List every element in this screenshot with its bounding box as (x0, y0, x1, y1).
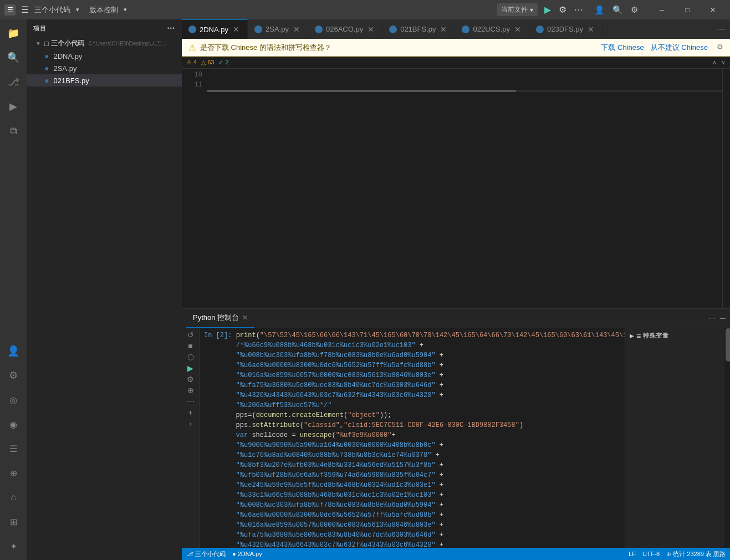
sidebar-item-021bfs[interactable]: ● 021BFS.py (27, 74, 182, 86)
more-actions-icon[interactable]: ⋯ (574, 4, 583, 15)
status-right: LF UTF-8 ⊕ 统计 23289 表 思路 (629, 550, 726, 558)
tabs-overflow-button[interactable]: ⋯ (712, 19, 730, 39)
tab-2sa[interactable]: 2SA.py ✕ (248, 19, 308, 39)
special-variables-title: 特殊变量 (643, 332, 668, 340)
python-console-tab[interactable]: Python 控制台 ✕ (186, 308, 254, 328)
python-console-tab-label: Python 控制台 (193, 313, 239, 323)
editor-area: 2DNA.py ✕ 2SA.py ✕ 026ACO.py ✕ 021BFS.py… (182, 19, 730, 560)
account-icon[interactable]: 👤 (594, 5, 605, 15)
python-console-tab-close[interactable]: ✕ (242, 314, 248, 322)
activity-extensions[interactable]: ⧉ (2, 119, 25, 142)
tab-close-026aco[interactable]: ✕ (366, 25, 375, 34)
console-line-19: "%u6ae8%u0000%u8300%u0dc6%u5652%u57ff%u5… (200, 510, 625, 520)
minimize-button[interactable]: ─ (649, 0, 675, 19)
tab-icon-023dfs (536, 26, 544, 33)
file-breadcrumb-status[interactable]: ● 2DNA.py (232, 551, 262, 557)
close-button[interactable]: ✕ (700, 0, 726, 19)
sidebar-item-root[interactable]: ▼ □ 三个小代码 C:\Users\CHEN\Desktop\人工... (27, 37, 182, 50)
console-line-2: /*%u66c9%u088b%u468b%u031c%uc1c3%u02e1%u… (200, 340, 625, 350)
console-restart-icon[interactable]: ↺ (187, 330, 194, 339)
console-run-icon[interactable]: ▶ (187, 364, 193, 373)
tab-label-023dfs: 023DFS.py (547, 25, 583, 33)
activity-run-debug[interactable]: ▶ (2, 95, 25, 118)
tab-close-023dfs[interactable]: ✕ (586, 25, 595, 34)
window-controls: ─ □ ✕ (649, 0, 726, 19)
warning-icon: ⚠ (188, 43, 196, 53)
console-stop-icon[interactable]: ⬡ (187, 353, 194, 362)
activity-settings[interactable]: ⚙ (2, 364, 25, 387)
titlebar: ☰ ☰ 三个小代码 ▾ 版本控制 ▾ 当前文件 ▾ ▶ ⚙ ⋯ 👤 🔍 ⚙ ─ … (0, 0, 730, 19)
settings-icon[interactable]: ⚙ (631, 5, 638, 15)
console-scrollbar[interactable] (724, 328, 730, 548)
notification-settings-icon[interactable]: ⚙ (717, 43, 723, 53)
right-panel-header[interactable]: ▶ ≡ 特殊变量 (625, 328, 724, 344)
console-line-4: "%u6ae8%u0000%u8300%u0dc6%u5652%u57ff%u5… (200, 360, 625, 370)
sidebar-header-icon[interactable]: ⋯ (167, 24, 175, 33)
source-control-status[interactable]: ⎇ 三个小代码 (186, 550, 226, 558)
console-more2-icon[interactable]: ⋯ (187, 397, 195, 406)
tab-023dfs[interactable]: 023DFS.py ✕ (529, 19, 603, 39)
source-control-label: 三个小代码 (195, 550, 226, 558)
dont-suggest-chinese-link[interactable]: 从不建议 Chinese (651, 43, 708, 53)
file-icon-status: ● (232, 551, 236, 557)
activity-extra2[interactable]: ◉ (2, 413, 25, 436)
activity-extra1[interactable]: ◎ (2, 388, 25, 411)
scroll-up-icon[interactable]: ∧ (712, 59, 717, 66)
sidebar-header: 项目 ⋯ (27, 19, 182, 37)
console-minimize-icon[interactable]: ─ (720, 314, 726, 323)
lf-status[interactable]: LF (629, 551, 636, 557)
file-label-021bfs: 021BFS.py (53, 77, 89, 85)
activity-source-control[interactable]: ⎇ (2, 70, 25, 94)
tab-icon-021bfs (389, 26, 397, 33)
tab-2dna[interactable]: 2DNA.py ✕ (182, 19, 248, 39)
group-dropdown[interactable]: ▾ (76, 6, 79, 13)
console-scroll-thumb[interactable] (726, 328, 730, 362)
search-icon[interactable]: 🔍 (612, 5, 623, 15)
activity-accounts[interactable]: 👤 (2, 339, 25, 363)
sidebar-item-2dna[interactable]: ● 2DNA.py (27, 50, 182, 62)
console-toolbar: ↺ ■ ⬡ ▶ ⚙ ⊕ ⋯ + › (182, 328, 200, 548)
sidebar-file-tree: ▼ □ 三个小代码 C:\Users\CHEN\Desktop\人工... ● … (27, 37, 182, 86)
maximize-button[interactable]: □ (675, 0, 700, 19)
current-file-button[interactable]: 当前文件 ▾ (497, 3, 538, 16)
tab-close-022ucs[interactable]: ✕ (513, 25, 522, 34)
activity-extra5[interactable]: ⌂ (2, 486, 25, 509)
root-folder-label: 三个小代码 (51, 39, 84, 48)
tab-close-021bfs[interactable]: ✕ (439, 25, 448, 34)
tab-021bfs[interactable]: 021BFS.py ✕ (382, 19, 455, 39)
console-gear-icon[interactable]: ⚙ (187, 375, 194, 384)
line-numbers: 10 11 (182, 69, 207, 308)
tab-close-2sa[interactable]: ✕ (292, 25, 301, 34)
download-chinese-link[interactable]: 下载 Chinese (601, 43, 644, 53)
console-more-icon[interactable]: ⋯ (708, 314, 716, 322)
console-nav-icon[interactable]: › (189, 419, 192, 428)
console-line-17: "%u33c1%u66c9%u088b%u468b%u031c%uc1c3%u0… (200, 490, 625, 500)
console-plus-icon[interactable]: + (188, 408, 192, 417)
sidebar-item-2sa[interactable]: ● 2SA.py (27, 62, 182, 74)
scroll-down-icon[interactable]: ∨ (721, 59, 726, 66)
run-icon[interactable]: ▶ (544, 4, 551, 15)
tab-022ucs[interactable]: 022UCS.py ✕ (455, 19, 529, 39)
version-control-title: 版本控制 (89, 5, 118, 15)
activity-bar: 📁 🔍 ⎇ ▶ ⧉ 👤 ⚙ ◎ ◉ ☰ ⊕ ⌂ ⊞ ✦ (0, 19, 27, 560)
debug-icon[interactable]: ⚙ (559, 4, 566, 15)
activity-extra4[interactable]: ⊕ (2, 461, 25, 485)
folder-icon: □ (44, 39, 49, 48)
current-file-label: 当前文件 (501, 5, 528, 14)
tab-026aco[interactable]: 026ACO.py ✕ (308, 19, 382, 39)
console-output[interactable]: In [2]: print("\57\52\45\165\66\66\143\7… (200, 328, 625, 548)
version-control-dropdown[interactable]: ▾ (124, 6, 127, 13)
activity-explorer[interactable]: 📁 (2, 22, 25, 45)
console-line-15: "%ufb03%uf28b%u0e6a%uf359%u74a6%u5908%u8… (200, 470, 625, 480)
tab-close-2dna[interactable]: ✕ (232, 25, 241, 34)
hamburger-menu[interactable]: ☰ (21, 4, 29, 15)
console-line-1: In [2]: print("\57\52\45\165\66\66\143\7… (200, 330, 625, 340)
console-interrupt-icon[interactable]: ■ (188, 342, 192, 350)
activity-extra3[interactable]: ☰ (2, 437, 25, 460)
encoding-status[interactable]: UTF-8 (642, 551, 660, 557)
console-settings2-icon[interactable]: ⊕ (187, 386, 194, 395)
current-file-dropdown-icon: ▾ (530, 6, 533, 14)
activity-search[interactable]: 🔍 (2, 46, 25, 69)
activity-extra6[interactable]: ⊞ (2, 510, 25, 533)
activity-extra7[interactable]: ✦ (2, 534, 25, 558)
